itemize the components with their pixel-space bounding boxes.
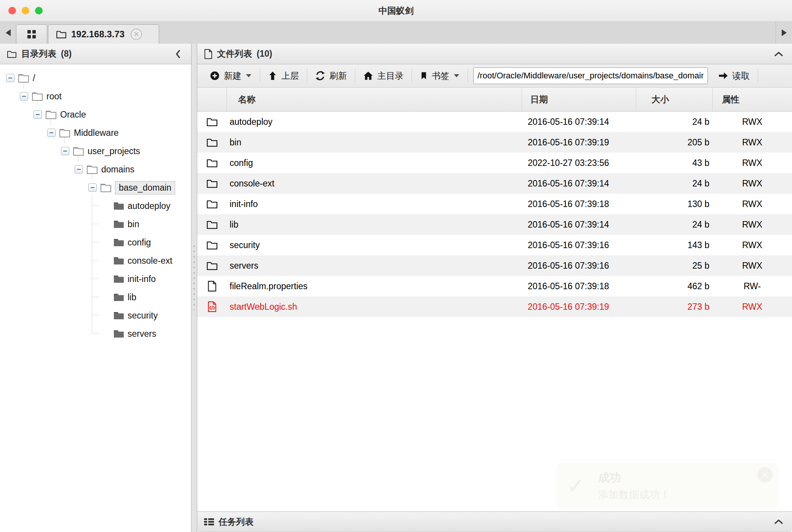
home-directory-button[interactable]: 主目录: [355, 64, 412, 87]
file-table-header: 名称 日期 大小 属性: [197, 88, 792, 111]
maximize-window-button[interactable]: [35, 7, 43, 14]
file-date: 2016-05-16 07:39:19: [522, 296, 636, 317]
tree-node-label: init-info: [128, 274, 156, 284]
bookmark-button-label: 书签: [432, 70, 449, 82]
collapse-toggle-icon[interactable]: [20, 92, 28, 100]
header-date[interactable]: 日期: [522, 88, 636, 111]
file-name[interactable]: servers: [227, 255, 522, 276]
bookmark-button[interactable]: 书签: [412, 64, 468, 87]
collapse-panel-button[interactable]: [171, 48, 184, 61]
header-attr[interactable]: 属性: [712, 88, 792, 111]
tree-node-domains[interactable]: domains: [75, 160, 134, 178]
toast-message: 添加数据成功！: [598, 488, 670, 502]
folder-icon: [206, 178, 218, 188]
tree-node-root[interactable]: root: [20, 87, 62, 105]
window-titlebar: 中国蚁剑: [0, 0, 792, 22]
collapse-toggle-icon[interactable]: [61, 147, 69, 155]
file-name[interactable]: bin: [227, 132, 522, 153]
file-name[interactable]: autodeploy: [227, 111, 522, 132]
tree-node-user-projects[interactable]: user_projects: [61, 142, 140, 160]
file-row-lib[interactable]: lib2016-05-16 07:39:1424 bRWX: [197, 214, 792, 235]
tree-node-security[interactable]: security: [102, 306, 158, 325]
expand-tasklist-button[interactable]: [772, 515, 785, 528]
tree-node-bin[interactable]: bin: [102, 215, 139, 233]
tree-node-autodeploy[interactable]: autodeploy: [102, 197, 171, 215]
tabs-scroll-left-button[interactable]: [0, 22, 16, 44]
header-size[interactable]: 大小: [636, 88, 712, 111]
file-row-security[interactable]: security2016-05-16 07:39:16143 bRWX: [197, 235, 792, 255]
tree-node-base-domain[interactable]: base_domain: [88, 178, 175, 197]
directory-panel-title: 目录列表: [21, 48, 56, 60]
tab-host[interactable]: 192.168.3.73 ✕: [48, 24, 159, 44]
plus-circle-icon: [210, 71, 220, 81]
tree-node-lib[interactable]: lib: [102, 288, 136, 306]
file-icon: [208, 281, 217, 291]
tree-node-label: console-ext: [128, 256, 172, 266]
file-name[interactable]: lib: [227, 214, 522, 235]
tree-node-oracle[interactable]: Oracle: [34, 105, 86, 124]
right-triangle-icon: [782, 29, 787, 36]
task-list-bar[interactable]: 任务列表: [197, 511, 792, 532]
tree-node-label: user_projects: [88, 146, 140, 156]
close-window-button[interactable]: [8, 7, 16, 14]
new-button-label: 新建: [224, 70, 241, 82]
file-row-filerealm-properties[interactable]: fileRealm.properties2016-05-16 07:39:184…: [197, 276, 792, 296]
file-attr: RWX: [712, 153, 792, 173]
tree-node-[interactable]: /: [6, 69, 35, 87]
file-row-startweblogic-sh[interactable]: startWebLogic.sh2016-05-16 07:39:19273 b…: [197, 296, 792, 317]
file-name[interactable]: fileRealm.properties: [227, 276, 522, 296]
collapse-toggle-icon[interactable]: [6, 74, 14, 82]
solid-folder-icon: [113, 293, 124, 302]
tree-node-console-ext[interactable]: console-ext: [102, 252, 172, 270]
minimize-window-button[interactable]: [22, 7, 29, 14]
folder-icon: [7, 50, 17, 58]
file-attr: RWX: [712, 111, 792, 132]
up-directory-button[interactable]: 上层: [260, 64, 307, 87]
chevron-up-icon: [774, 51, 784, 57]
toolbar-separator: [468, 68, 468, 83]
folder-icon: [206, 158, 218, 168]
file-size: 24 b: [636, 111, 712, 132]
tab-close-icon[interactable]: ✕: [131, 29, 142, 40]
splitter-grip: [193, 245, 195, 310]
file-name[interactable]: startWebLogic.sh: [227, 296, 522, 317]
file-row-bin[interactable]: bin2016-05-16 07:39:19205 bRWX: [197, 132, 792, 153]
tree-node-label: autodeploy: [128, 201, 171, 211]
file-row-config[interactable]: config2022-10-27 03:23:5643 bRWX: [197, 153, 792, 173]
tree-connector: [92, 260, 99, 261]
tab-overview-button[interactable]: [16, 24, 47, 44]
new-button[interactable]: 新建: [202, 64, 260, 87]
collapse-toggle-icon[interactable]: [34, 110, 42, 119]
tree-node-label: /: [33, 73, 35, 83]
file-row-autodeploy[interactable]: autodeploy2016-05-16 07:39:1424 bRWX: [197, 111, 792, 132]
file-attr: RWX: [712, 214, 792, 235]
tree-node-init-info[interactable]: init-info: [102, 270, 156, 288]
folder-icon: [206, 117, 218, 127]
grid-icon: [27, 30, 36, 38]
file-date: 2016-05-16 07:39:14: [522, 111, 636, 132]
read-button[interactable]: 读取: [710, 64, 758, 87]
collapse-filelist-button[interactable]: [772, 48, 785, 61]
file-name[interactable]: console-ext: [227, 173, 522, 194]
toast-close-icon[interactable]: ✕: [757, 467, 773, 483]
file-attr: RW-: [712, 276, 792, 296]
file-row-console-ext[interactable]: console-ext2016-05-16 07:39:1424 bRWX: [197, 173, 792, 194]
panel-splitter[interactable]: [192, 44, 197, 532]
collapse-toggle-icon[interactable]: [88, 183, 97, 192]
file-name[interactable]: security: [227, 235, 522, 255]
tree-node-config[interactable]: config: [102, 233, 151, 252]
toast-text: 成功 添加数据成功！: [598, 470, 670, 502]
collapse-toggle-icon[interactable]: [75, 165, 83, 174]
tabs-scroll-right-button[interactable]: [776, 22, 792, 44]
header-name[interactable]: 名称: [227, 88, 522, 111]
file-name[interactable]: config: [227, 153, 522, 173]
file-name[interactable]: init-info: [227, 194, 522, 214]
file-row-servers[interactable]: servers2016-05-16 07:39:1625 bRWX: [197, 255, 792, 276]
file-date: 2016-05-16 07:39:16: [522, 255, 636, 276]
tree-node-servers[interactable]: servers: [102, 325, 156, 343]
path-input[interactable]: [473, 67, 708, 84]
collapse-toggle-icon[interactable]: [47, 129, 56, 137]
tree-node-middleware[interactable]: Middleware: [47, 124, 119, 142]
refresh-button[interactable]: 刷新: [307, 64, 355, 87]
file-row-init-info[interactable]: init-info2016-05-16 07:39:18130 bRWX: [197, 194, 792, 214]
